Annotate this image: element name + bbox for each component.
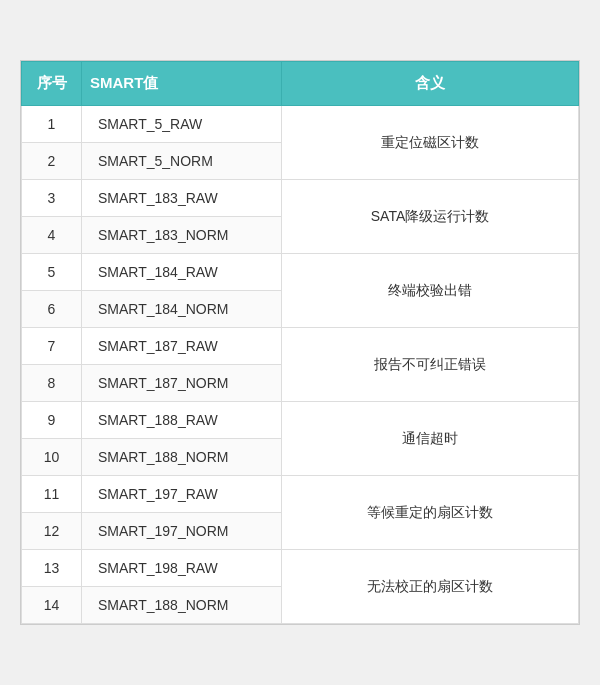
table-header-row: 序号 SMART值 含义	[22, 62, 579, 106]
cell-smart: SMART_188_NORM	[82, 587, 282, 624]
table-container: 序号 SMART值 含义 1SMART_5_RAW重定位磁区计数2SMART_5…	[20, 60, 580, 625]
cell-num: 14	[22, 587, 82, 624]
cell-smart: SMART_184_RAW	[82, 254, 282, 291]
header-meaning: 含义	[282, 62, 579, 106]
cell-meaning: 报告不可纠正错误	[282, 328, 579, 402]
cell-smart: SMART_188_RAW	[82, 402, 282, 439]
cell-smart: SMART_187_NORM	[82, 365, 282, 402]
cell-num: 1	[22, 106, 82, 143]
cell-smart: SMART_183_NORM	[82, 217, 282, 254]
table-body: 1SMART_5_RAW重定位磁区计数2SMART_5_NORM3SMART_1…	[22, 106, 579, 624]
cell-num: 8	[22, 365, 82, 402]
cell-meaning: 等候重定的扇区计数	[282, 476, 579, 550]
cell-num: 3	[22, 180, 82, 217]
cell-num: 9	[22, 402, 82, 439]
cell-num: 13	[22, 550, 82, 587]
table-row: 1SMART_5_RAW重定位磁区计数	[22, 106, 579, 143]
cell-smart: SMART_197_RAW	[82, 476, 282, 513]
table-row: 13SMART_198_RAW无法校正的扇区计数	[22, 550, 579, 587]
cell-num: 7	[22, 328, 82, 365]
cell-smart: SMART_5_NORM	[82, 143, 282, 180]
table-row: 3SMART_183_RAWSATA降级运行计数	[22, 180, 579, 217]
cell-num: 11	[22, 476, 82, 513]
cell-num: 10	[22, 439, 82, 476]
table-row: 11SMART_197_RAW等候重定的扇区计数	[22, 476, 579, 513]
cell-smart: SMART_5_RAW	[82, 106, 282, 143]
cell-smart: SMART_183_RAW	[82, 180, 282, 217]
cell-smart: SMART_188_NORM	[82, 439, 282, 476]
cell-smart: SMART_197_NORM	[82, 513, 282, 550]
cell-num: 12	[22, 513, 82, 550]
table-row: 7SMART_187_RAW报告不可纠正错误	[22, 328, 579, 365]
cell-meaning: 无法校正的扇区计数	[282, 550, 579, 624]
cell-meaning: 终端校验出错	[282, 254, 579, 328]
cell-num: 6	[22, 291, 82, 328]
cell-meaning: 重定位磁区计数	[282, 106, 579, 180]
cell-meaning: SATA降级运行计数	[282, 180, 579, 254]
table-row: 5SMART_184_RAW终端校验出错	[22, 254, 579, 291]
cell-num: 2	[22, 143, 82, 180]
cell-num: 5	[22, 254, 82, 291]
header-smart: SMART值	[82, 62, 282, 106]
cell-smart: SMART_187_RAW	[82, 328, 282, 365]
header-num: 序号	[22, 62, 82, 106]
cell-meaning: 通信超时	[282, 402, 579, 476]
cell-smart: SMART_184_NORM	[82, 291, 282, 328]
smart-table: 序号 SMART值 含义 1SMART_5_RAW重定位磁区计数2SMART_5…	[21, 61, 579, 624]
cell-num: 4	[22, 217, 82, 254]
table-row: 9SMART_188_RAW通信超时	[22, 402, 579, 439]
cell-smart: SMART_198_RAW	[82, 550, 282, 587]
